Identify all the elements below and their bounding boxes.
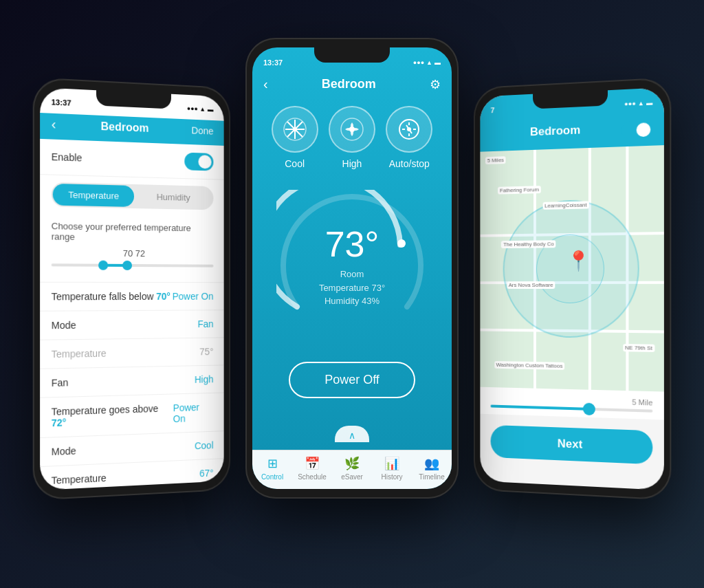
temp-label-1: Temperature <box>52 348 107 360</box>
map-pin: 📍 <box>566 250 591 272</box>
above-condition-row: Temperature goes above 72° Power On <box>40 393 224 438</box>
right-phone: 7 ●●● ▲ ▬ Bedroom <box>474 77 671 501</box>
nav-esaver[interactable]: 🌿 eSaver <box>335 456 369 481</box>
power-off-button[interactable]: Power Off <box>289 362 415 398</box>
above-action: Power On <box>173 402 214 424</box>
center-notch <box>314 47 390 63</box>
enable-label: Enable <box>52 151 82 164</box>
timeline-label: Timeline <box>419 473 444 481</box>
temp-row-1: Temperature 75° <box>40 338 224 369</box>
signal-bars: ●●● <box>187 105 198 113</box>
svg-point-5 <box>293 127 297 131</box>
cool-icon-circle <box>272 106 318 153</box>
room-temp-line: Room Temperature 73° <box>314 268 390 294</box>
left-screen: 13:37 ●●● ▲ ▬ ‹ Bedroom Done En <box>40 87 224 490</box>
room-temp-display: Room Temperature 73° Humidity 43% <box>314 268 390 308</box>
slider-thumb-low[interactable] <box>98 261 108 270</box>
map-label-1: Fathering Forum <box>498 186 541 194</box>
esaver-label: eSaver <box>341 473 363 481</box>
map-label-2: LearningCoissant <box>542 201 588 209</box>
center-screen: 13:37 ●●● ▲ ▬ ‹ Bedroom ⚙ <box>252 47 452 489</box>
center-signal-bars: ●●● <box>413 59 424 66</box>
slider-thumb-high[interactable] <box>122 261 132 270</box>
enable-toggle[interactable] <box>184 153 213 171</box>
nav-schedule[interactable]: 📅 Schedule <box>295 456 329 481</box>
left-title: Bedroom <box>101 120 149 134</box>
humidity-tab[interactable]: Humidity <box>134 186 212 208</box>
autostop-mode-button[interactable]: Auto/stop <box>386 106 432 169</box>
center-phone: 13:37 ●●● ▲ ▬ ‹ Bedroom ⚙ <box>245 38 459 499</box>
wifi-icon: ▲ <box>199 106 206 113</box>
gear-icon[interactable]: ⚙ <box>430 77 441 92</box>
snowflake-icon <box>283 117 307 142</box>
chevron-up-icon: ∧ <box>349 430 355 441</box>
center-wifi-icon: ▲ <box>426 59 432 66</box>
done-button[interactable]: Done <box>191 124 213 136</box>
high-icon-circle <box>329 106 375 153</box>
below-condition-row: Temperature falls below 70° Power On <box>40 283 224 312</box>
mode-label-1: Mode <box>52 320 76 331</box>
right-wifi-icon: ▲ <box>638 100 644 107</box>
temperature-display: 73° <box>314 224 390 265</box>
autostop-icon <box>397 117 421 142</box>
map-container: 5 Miles 📍 Fathering Forum LearningCoissa… <box>480 145 664 391</box>
autostop-icon-circle <box>386 106 432 153</box>
nav-timeline[interactable]: 👥 Timeline <box>415 456 449 481</box>
schedule-label: Schedule <box>298 473 327 481</box>
mode-row-1: Mode Fan <box>40 310 224 340</box>
center-title: Bedroom <box>322 77 376 91</box>
below-condition-label: Temperature falls below 70° <box>52 291 170 302</box>
above-condition-label: Temperature goes above 72° <box>52 402 173 428</box>
high-label: High <box>342 158 362 169</box>
svg-point-11 <box>397 239 406 248</box>
fan-icon <box>340 117 364 142</box>
left-time: 13:37 <box>52 98 72 107</box>
right-enable-toggle[interactable] <box>622 120 652 140</box>
center-signal: ●●● ▲ ▬ <box>413 59 441 66</box>
next-button[interactable]: Next <box>491 425 653 464</box>
below-value: 70° <box>156 291 170 302</box>
enable-row: Enable <box>40 139 224 180</box>
mode-value-2: Cool <box>195 439 214 451</box>
distance-label-1: 5 Miles <box>485 156 506 164</box>
right-signal: ●●● ▲ ▬ <box>624 99 652 107</box>
temp-range-label: Choose your preferred temperature range <box>52 221 214 243</box>
left-phone: 13:37 ●●● ▲ ▬ ‹ Bedroom Done En <box>33 77 230 501</box>
above-text: Temperature goes above <box>52 403 159 417</box>
temp-value-1: 75° <box>199 346 213 357</box>
autostop-label: Auto/stop <box>389 158 430 169</box>
scene: 13:37 ●●● ▲ ▬ ‹ Bedroom Done En <box>0 0 704 588</box>
cool-mode-button[interactable]: Cool <box>272 106 318 169</box>
drawer-handle[interactable]: ∧ <box>335 426 369 442</box>
map-label-5: Washington Custom Tattoos <box>494 361 564 370</box>
distance-thumb[interactable] <box>583 403 595 416</box>
history-icon: 📊 <box>384 456 399 471</box>
cool-label: Cool <box>285 158 305 169</box>
schedule-icon: 📅 <box>305 456 320 471</box>
high-mode-button[interactable]: High <box>329 106 375 169</box>
above-value: 72° <box>52 417 67 428</box>
right-battery-icon: ▬ <box>646 99 652 107</box>
temp-label-2: Temperature <box>52 472 107 486</box>
gauge-container: 73° Room Temperature 73° Humidity 43% <box>276 190 428 341</box>
center-time: 13:37 <box>263 58 283 67</box>
nav-control[interactable]: ⊞ Control <box>255 456 289 481</box>
segment-control: Temperature Humidity <box>52 182 214 210</box>
left-back-button[interactable]: ‹ <box>52 116 56 133</box>
mode-label-2: Mode <box>52 445 76 457</box>
distance-fill <box>491 405 586 411</box>
gauge-center-text: 73° Room Temperature 73° Humidity 43% <box>314 224 390 308</box>
temp-slider-track[interactable] <box>52 263 214 267</box>
fan-label-1: Fan <box>52 377 69 389</box>
history-label: History <box>381 473 402 481</box>
below-action: Power On <box>173 291 214 302</box>
nav-history[interactable]: 📊 History <box>375 456 409 481</box>
fan-value-1: High <box>195 373 214 384</box>
temp-values: 70 72 <box>52 248 214 259</box>
center-back-button[interactable]: ‹ <box>263 76 268 92</box>
map-label-4: Ars Nova Software <box>507 281 556 289</box>
temperature-tab[interactable]: Temperature <box>53 184 134 207</box>
battery-icon: ▬ <box>208 106 214 113</box>
humidity-line: Humidity 43% <box>314 294 390 308</box>
mode-value-1: Fan <box>197 318 213 329</box>
